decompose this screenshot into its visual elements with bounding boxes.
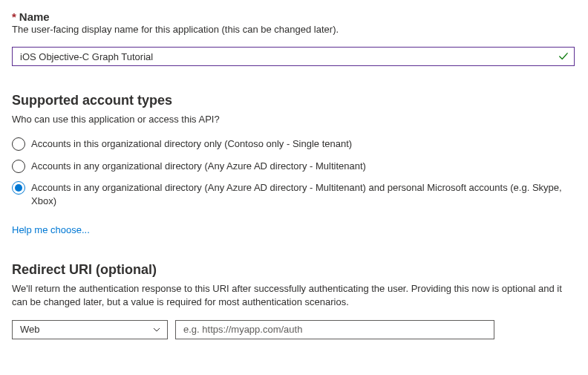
name-input-wrapper <box>12 47 575 66</box>
platform-select-value: Web <box>20 324 40 335</box>
help-me-choose-link[interactable]: Help me choose... <box>12 224 90 235</box>
account-types-radio-group: Accounts in this organizational director… <box>12 137 576 208</box>
name-label-row: *Name <box>12 10 576 23</box>
radio-label: Accounts in this organizational director… <box>31 137 352 151</box>
redirect-uri-input[interactable] <box>175 320 494 339</box>
radio-label: Accounts in any organizational directory… <box>31 159 366 173</box>
radio-label: Accounts in any organizational directory… <box>31 180 576 208</box>
redirect-uri-description: We'll return the authentication response… <box>12 282 576 309</box>
name-input[interactable] <box>12 47 575 66</box>
radio-icon <box>12 160 25 173</box>
account-type-option-multitenant[interactable]: Accounts in any organizational directory… <box>12 159 576 173</box>
account-types-title: Supported account types <box>12 93 576 108</box>
required-indicator: * <box>12 10 16 23</box>
redirect-uri-section: Redirect URI (optional) We'll return the… <box>12 262 576 339</box>
platform-select[interactable]: Web <box>12 320 168 339</box>
account-types-description: Who can use this application or access t… <box>12 113 576 126</box>
account-type-option-single-tenant[interactable]: Accounts in this organizational director… <box>12 137 576 151</box>
name-label: Name <box>19 10 50 23</box>
account-types-section: Supported account types Who can use this… <box>12 93 576 235</box>
redirect-uri-title: Redirect URI (optional) <box>12 262 576 278</box>
chevron-down-icon <box>152 325 161 334</box>
name-section: *Name The user-facing display name for t… <box>12 10 576 66</box>
name-description: The user-facing display name for this ap… <box>12 23 576 36</box>
radio-icon <box>12 137 25 151</box>
redirect-uri-row: Web <box>12 320 576 339</box>
radio-icon <box>12 181 25 195</box>
account-type-option-multitenant-personal[interactable]: Accounts in any organizational directory… <box>12 180 576 208</box>
